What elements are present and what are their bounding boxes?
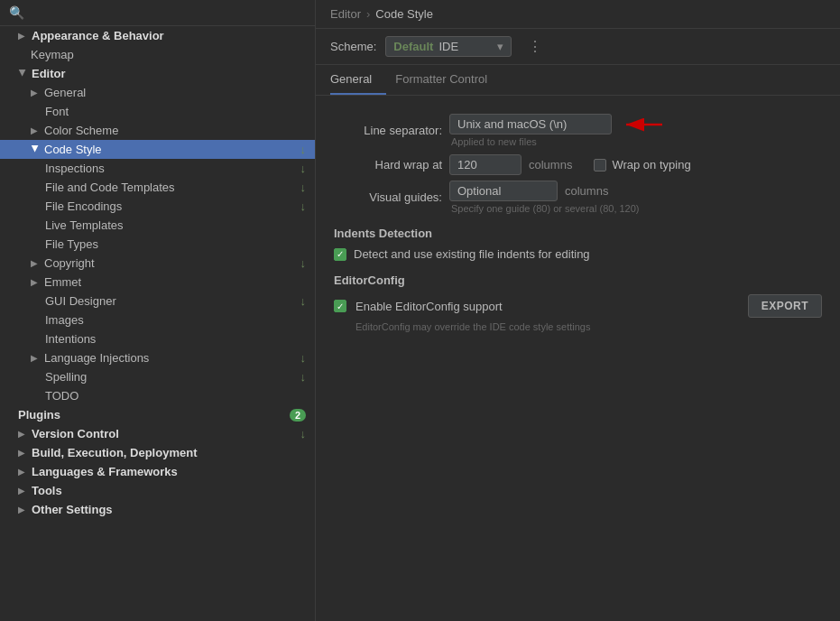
- sidebar-item-label: Images: [45, 313, 84, 327]
- line-separator-row: Line separator: Unix and macOS (\n) Ap: [334, 114, 822, 147]
- sidebar-item-filetypes[interactable]: File Types: [0, 235, 315, 254]
- sidebar-item-fileencodings[interactable]: File Encodings ↓: [0, 197, 315, 216]
- chevron-icon: ▶: [31, 258, 40, 268]
- sidebar-item-label: Languages & Frameworks: [32, 465, 178, 478]
- sidebar-item-colorscheme[interactable]: ▶ Color Scheme: [0, 121, 315, 140]
- sidebar: 🔍 ▶ Appearance & Behavior Keymap ▶ Edito…: [0, 0, 316, 621]
- sidebar-item-emmet[interactable]: ▶ Emmet: [0, 273, 315, 292]
- editorconfig-enable-row: ✓ Enable EditorConfig support EXPORT: [334, 294, 822, 318]
- sidebar-item-images[interactable]: Images: [0, 310, 315, 329]
- scheme-ide: IDE: [438, 40, 458, 53]
- indents-detection-checkbox[interactable]: ✓: [334, 248, 346, 261]
- scheme-bar: Scheme: Default IDE ▾ ⋮: [316, 29, 840, 65]
- indents-detection-label: Detect and use existing file indents for…: [354, 247, 590, 261]
- sidebar-item-keymap[interactable]: Keymap: [0, 45, 315, 64]
- indents-detection-check-row: ✓ Detect and use existing file indents f…: [334, 247, 822, 261]
- sidebar-item-inspections[interactable]: Inspections ↓: [0, 159, 315, 178]
- sidebar-item-general[interactable]: ▶ General: [0, 83, 315, 102]
- visual-guides-label: Visual guides:: [334, 190, 442, 204]
- indents-detection-title: Indents Detection: [334, 227, 822, 240]
- sidebar-item-label: Tools: [32, 484, 62, 497]
- sidebar-item-label: File Types: [45, 237, 98, 251]
- sidebar-item-label: Spelling: [45, 370, 87, 384]
- sidebar-item-label: Live Templates: [45, 218, 123, 232]
- sidebar-item-todo[interactable]: TODO: [0, 386, 315, 405]
- sidebar-item-codestyle[interactable]: ▶ Code Style ↓: [0, 140, 315, 159]
- sidebar-item-label: Code Style: [44, 143, 102, 156]
- visual-guides-columns: columns: [565, 184, 608, 198]
- settings-content: Line separator: Unix and macOS (\n) Ap: [316, 96, 840, 621]
- sidebar-item-versioncontrol[interactable]: ▶ Version Control ↓: [0, 424, 315, 443]
- breadcrumb: Editor › Code Style: [316, 0, 840, 29]
- sidebar-item-copyright[interactable]: ▶ Copyright ↓: [0, 254, 315, 273]
- visual-guides-input[interactable]: [449, 181, 558, 201]
- sidebar-item-label: Intentions: [45, 332, 96, 346]
- save-icon: ↓: [300, 351, 307, 365]
- sidebar-item-label: Other Settings: [32, 503, 113, 516]
- visual-guides-row: Visual guides: columns Specify one guide…: [334, 181, 822, 214]
- chevron-icon: ▶: [18, 505, 27, 514]
- line-separator-label: Line separator:: [334, 124, 442, 137]
- visual-guides-note: Specify one guide (80) or several (80, 1…: [449, 203, 640, 214]
- chevron-icon: ▶: [31, 353, 40, 363]
- sidebar-item-label: Build, Execution, Deployment: [32, 446, 197, 459]
- sidebar-item-intentions[interactable]: Intentions: [0, 329, 315, 348]
- sidebar-item-othersettings[interactable]: ▶ Other Settings: [0, 500, 315, 519]
- editorconfig-label: Enable EditorConfig support: [355, 300, 503, 313]
- editorconfig-title: EditorConfig: [334, 273, 822, 287]
- sidebar-item-label: Inspections: [45, 162, 105, 175]
- sidebar-item-spelling[interactable]: Spelling ↓: [0, 367, 315, 386]
- search-bar[interactable]: 🔍: [0, 0, 315, 26]
- visual-guides-block: columns Specify one guide (80) or severa…: [449, 181, 640, 214]
- editorconfig-section: EditorConfig ✓ Enable EditorConfig suppo…: [334, 273, 822, 332]
- export-button[interactable]: EXPORT: [748, 294, 822, 318]
- save-icon: ↓: [300, 199, 307, 213]
- breadcrumb-codestyle: Code Style: [375, 7, 433, 21]
- chevron-icon: ▶: [18, 467, 27, 477]
- hard-wrap-columns: columns: [529, 158, 572, 171]
- wrap-on-typing-checkbox[interactable]: [594, 159, 606, 171]
- sidebar-item-label: General: [44, 86, 86, 99]
- save-icon: ↓: [300, 162, 307, 175]
- wrap-on-typing-row: Wrap on typing: [594, 158, 690, 171]
- save-icon: ↓: [300, 427, 307, 440]
- line-separator-value[interactable]: Unix and macOS (\n): [449, 114, 612, 134]
- indents-detection-section: Indents Detection ✓ Detect and use exist…: [334, 227, 822, 261]
- scheme-name: Default: [393, 40, 433, 53]
- sidebar-item-label: GUI Designer: [45, 294, 116, 308]
- sidebar-item-label: Copyright: [44, 256, 95, 270]
- sidebar-item-label: Emmet: [44, 275, 81, 289]
- sidebar-item-label: Keymap: [31, 48, 74, 61]
- sidebar-item-buildexecution[interactable]: ▶ Build, Execution, Deployment: [0, 443, 315, 462]
- tabs-bar: General Formatter Control: [316, 65, 840, 96]
- sidebar-item-languages[interactable]: ▶ Languages & Frameworks: [0, 462, 315, 481]
- hard-wrap-input[interactable]: [449, 154, 522, 175]
- main-panel: Editor › Code Style Scheme: Default IDE …: [316, 0, 840, 621]
- sidebar-item-languageinjections[interactable]: ▶ Language Injections ↓: [0, 348, 315, 367]
- sidebar-item-livetemplates[interactable]: Live Templates: [0, 216, 315, 235]
- sidebar-item-editor[interactable]: ▶ Editor: [0, 64, 315, 83]
- search-input[interactable]: [30, 6, 306, 20]
- hard-wrap-row: Hard wrap at columns Wrap on typing: [334, 154, 822, 175]
- scheme-dropdown[interactable]: Default IDE ▾: [385, 36, 512, 57]
- sidebar-item-label: Editor: [32, 67, 66, 80]
- chevron-icon: ▶: [31, 88, 40, 97]
- sidebar-item-fileandcodetemplates[interactable]: File and Code Templates ↓: [0, 178, 315, 197]
- sidebar-item-label: Appearance & Behavior: [32, 29, 164, 42]
- line-separator-note: Applied to new files: [449, 136, 664, 147]
- more-options-icon[interactable]: ⋮: [528, 38, 542, 55]
- editorconfig-checkbox[interactable]: ✓: [334, 300, 346, 312]
- tab-formatter[interactable]: Formatter Control: [395, 65, 502, 95]
- chevron-icon: ▶: [31, 145, 41, 154]
- sidebar-item-font[interactable]: Font: [0, 102, 315, 121]
- sidebar-item-label: File and Code Templates: [45, 181, 175, 194]
- sidebar-item-appearance[interactable]: ▶ Appearance & Behavior: [0, 26, 315, 45]
- save-icon: ↓: [300, 370, 307, 384]
- sidebar-item-plugins[interactable]: Plugins 2: [0, 405, 315, 424]
- tab-general[interactable]: General: [330, 65, 386, 95]
- chevron-icon: ▶: [18, 31, 27, 41]
- sidebar-item-tools[interactable]: ▶ Tools: [0, 481, 315, 500]
- sidebar-item-guidesigner[interactable]: GUI Designer ↓: [0, 292, 315, 310]
- chevron-icon: ▶: [18, 429, 27, 439]
- breadcrumb-editor: Editor: [330, 7, 361, 21]
